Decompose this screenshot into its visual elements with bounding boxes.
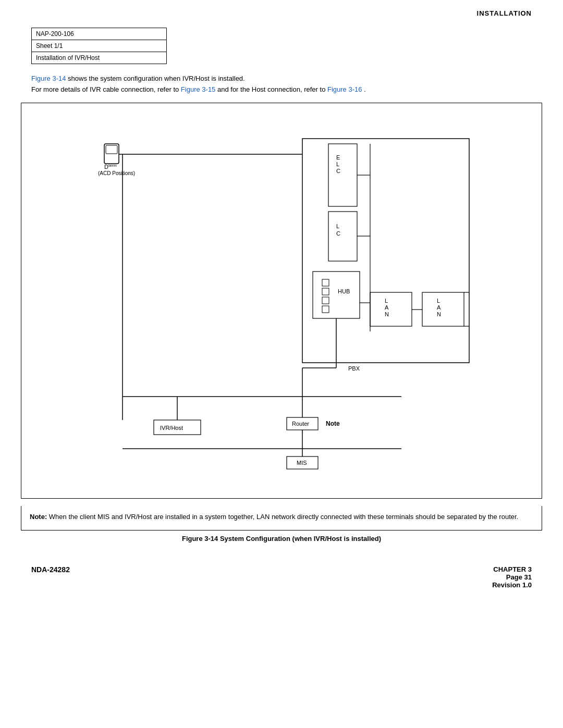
- svg-rect-9: [313, 272, 360, 318]
- pbx-label: PBX: [348, 365, 360, 372]
- intro-line2-suffix: .: [364, 85, 366, 93]
- mis-label: MIS: [297, 460, 307, 466]
- note-label-diagram: Note: [326, 420, 340, 427]
- figure-3-16-link[interactable]: Figure 3-16: [327, 85, 362, 93]
- intro-line2-middle: and for the Host connection, refer to: [217, 85, 327, 93]
- info-row-2: Sheet 1/1: [32, 40, 167, 52]
- svg-text:N: N: [385, 311, 389, 317]
- dterm-sup: term: [108, 163, 117, 168]
- svg-text:L: L: [336, 161, 339, 167]
- intro-text: Figure 3-14 shows the system configurati…: [31, 73, 532, 95]
- footer-right: CHAPTER 3 Page 31 Revision 1.0: [492, 565, 532, 589]
- svg-rect-17: [422, 292, 464, 326]
- footer-page: Page 31: [492, 573, 532, 581]
- intro-line1-suffix: shows the system configuration when IVR/…: [68, 75, 245, 82]
- figure-caption: Figure 3-14 System Configuration (when I…: [31, 535, 532, 542]
- note-block-label: Note:: [30, 513, 47, 521]
- figure-3-15-link[interactable]: Figure 3-15: [181, 85, 215, 93]
- svg-rect-7: [328, 212, 357, 261]
- elc-label: E: [336, 154, 340, 161]
- svg-rect-3: [302, 139, 469, 363]
- svg-rect-4: [328, 144, 357, 206]
- footer-revision: Revision 1.0: [492, 581, 532, 589]
- svg-rect-12: [322, 297, 329, 304]
- svg-text:A: A: [437, 304, 441, 311]
- lan2-label: L: [437, 298, 440, 304]
- diagram-container: D term (ACD Positions) E L C L C HUB L A…: [21, 103, 542, 499]
- svg-rect-10: [322, 279, 329, 286]
- router-label: Router: [292, 421, 309, 427]
- info-table: NAP-200-106 Sheet 1/1 Installation of IV…: [31, 28, 167, 64]
- note-block: Note: When the client MIS and IVR/Host a…: [21, 506, 542, 530]
- info-row-1: NAP-200-106: [32, 28, 167, 40]
- svg-rect-13: [322, 306, 329, 313]
- page-header: INSTALLATION: [0, 0, 563, 22]
- intro-line2-prefix: For more details of IVR cable connection…: [31, 85, 181, 93]
- footer-chapter: CHAPTER 3: [492, 565, 532, 573]
- info-row-3: Installation of IVR/Host: [32, 52, 167, 64]
- ivr-host-label: IVR/Host: [160, 425, 183, 431]
- note-text: When the client MIS and IVR/Host are ins…: [49, 513, 518, 521]
- svg-rect-11: [322, 288, 329, 295]
- footer-left: NDA-24282: [31, 565, 70, 589]
- acd-positions-label: (ACD Positions): [98, 170, 135, 176]
- lc-label: L: [336, 223, 339, 229]
- system-diagram: D term (ACD Positions) E L C L C HUB L A…: [36, 113, 527, 477]
- svg-text:C: C: [336, 168, 340, 174]
- svg-rect-1: [106, 145, 117, 154]
- hub-label: HUB: [338, 288, 350, 294]
- header-title: INSTALLATION: [477, 9, 532, 17]
- dterm-label: D: [104, 164, 108, 170]
- svg-rect-14: [370, 292, 412, 326]
- figure-3-14-link[interactable]: Figure 3-14: [31, 75, 66, 82]
- svg-text:A: A: [385, 304, 389, 311]
- svg-text:C: C: [336, 230, 340, 237]
- lan1-label: L: [385, 298, 388, 304]
- page-footer: NDA-24282 CHAPTER 3 Page 31 Revision 1.0: [0, 553, 563, 595]
- svg-text:N: N: [437, 311, 441, 317]
